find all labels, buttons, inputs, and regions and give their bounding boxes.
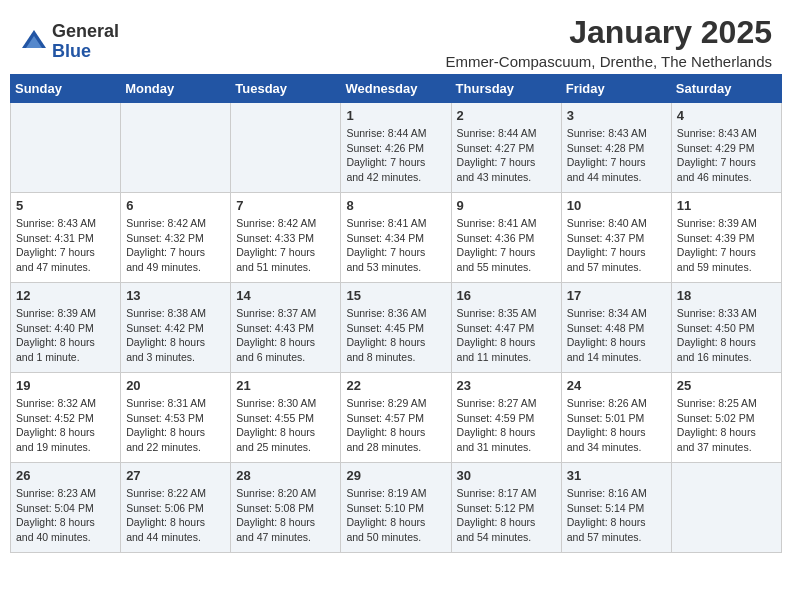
day-number: 13 <box>126 288 225 303</box>
day-info: Sunrise: 8:34 AM Sunset: 4:48 PM Dayligh… <box>567 306 666 365</box>
day-info: Sunrise: 8:20 AM Sunset: 5:08 PM Dayligh… <box>236 486 335 545</box>
day-number: 17 <box>567 288 666 303</box>
day-number: 2 <box>457 108 556 123</box>
day-number: 12 <box>16 288 115 303</box>
day-cell: 4Sunrise: 8:43 AM Sunset: 4:29 PM Daylig… <box>671 103 781 193</box>
day-info: Sunrise: 8:33 AM Sunset: 4:50 PM Dayligh… <box>677 306 776 365</box>
day-number: 11 <box>677 198 776 213</box>
day-number: 30 <box>457 468 556 483</box>
day-cell: 1Sunrise: 8:44 AM Sunset: 4:26 PM Daylig… <box>341 103 451 193</box>
day-cell: 9Sunrise: 8:41 AM Sunset: 4:36 PM Daylig… <box>451 193 561 283</box>
day-cell <box>671 463 781 553</box>
day-cell: 17Sunrise: 8:34 AM Sunset: 4:48 PM Dayli… <box>561 283 671 373</box>
header-row: SundayMondayTuesdayWednesdayThursdayFrid… <box>11 75 782 103</box>
day-cell: 15Sunrise: 8:36 AM Sunset: 4:45 PM Dayli… <box>341 283 451 373</box>
logo: General Blue <box>20 22 119 62</box>
day-info: Sunrise: 8:29 AM Sunset: 4:57 PM Dayligh… <box>346 396 445 455</box>
day-number: 8 <box>346 198 445 213</box>
day-number: 18 <box>677 288 776 303</box>
day-info: Sunrise: 8:19 AM Sunset: 5:10 PM Dayligh… <box>346 486 445 545</box>
day-cell: 12Sunrise: 8:39 AM Sunset: 4:40 PM Dayli… <box>11 283 121 373</box>
calendar-container: SundayMondayTuesdayWednesdayThursdayFrid… <box>0 74 792 563</box>
day-number: 5 <box>16 198 115 213</box>
header-thursday: Thursday <box>451 75 561 103</box>
day-cell: 30Sunrise: 8:17 AM Sunset: 5:12 PM Dayli… <box>451 463 561 553</box>
day-info: Sunrise: 8:43 AM Sunset: 4:31 PM Dayligh… <box>16 216 115 275</box>
day-cell: 5Sunrise: 8:43 AM Sunset: 4:31 PM Daylig… <box>11 193 121 283</box>
day-number: 10 <box>567 198 666 213</box>
week-row-2: 12Sunrise: 8:39 AM Sunset: 4:40 PM Dayli… <box>11 283 782 373</box>
day-info: Sunrise: 8:30 AM Sunset: 4:55 PM Dayligh… <box>236 396 335 455</box>
day-number: 31 <box>567 468 666 483</box>
day-number: 26 <box>16 468 115 483</box>
week-row-4: 26Sunrise: 8:23 AM Sunset: 5:04 PM Dayli… <box>11 463 782 553</box>
day-info: Sunrise: 8:40 AM Sunset: 4:37 PM Dayligh… <box>567 216 666 275</box>
day-cell: 7Sunrise: 8:42 AM Sunset: 4:33 PM Daylig… <box>231 193 341 283</box>
day-cell: 23Sunrise: 8:27 AM Sunset: 4:59 PM Dayli… <box>451 373 561 463</box>
day-info: Sunrise: 8:41 AM Sunset: 4:34 PM Dayligh… <box>346 216 445 275</box>
day-cell: 27Sunrise: 8:22 AM Sunset: 5:06 PM Dayli… <box>121 463 231 553</box>
day-cell: 11Sunrise: 8:39 AM Sunset: 4:39 PM Dayli… <box>671 193 781 283</box>
header-monday: Monday <box>121 75 231 103</box>
day-info: Sunrise: 8:44 AM Sunset: 4:27 PM Dayligh… <box>457 126 556 185</box>
header-friday: Friday <box>561 75 671 103</box>
logo-icon <box>20 28 48 56</box>
location: Emmer-Compascuum, Drenthe, The Netherlan… <box>445 53 772 70</box>
day-cell: 25Sunrise: 8:25 AM Sunset: 5:02 PM Dayli… <box>671 373 781 463</box>
day-number: 14 <box>236 288 335 303</box>
day-cell: 28Sunrise: 8:20 AM Sunset: 5:08 PM Dayli… <box>231 463 341 553</box>
day-number: 25 <box>677 378 776 393</box>
day-number: 28 <box>236 468 335 483</box>
day-cell: 19Sunrise: 8:32 AM Sunset: 4:52 PM Dayli… <box>11 373 121 463</box>
week-row-3: 19Sunrise: 8:32 AM Sunset: 4:52 PM Dayli… <box>11 373 782 463</box>
day-info: Sunrise: 8:37 AM Sunset: 4:43 PM Dayligh… <box>236 306 335 365</box>
day-info: Sunrise: 8:39 AM Sunset: 4:39 PM Dayligh… <box>677 216 776 275</box>
day-cell: 24Sunrise: 8:26 AM Sunset: 5:01 PM Dayli… <box>561 373 671 463</box>
day-info: Sunrise: 8:25 AM Sunset: 5:02 PM Dayligh… <box>677 396 776 455</box>
day-info: Sunrise: 8:35 AM Sunset: 4:47 PM Dayligh… <box>457 306 556 365</box>
day-info: Sunrise: 8:42 AM Sunset: 4:32 PM Dayligh… <box>126 216 225 275</box>
day-info: Sunrise: 8:36 AM Sunset: 4:45 PM Dayligh… <box>346 306 445 365</box>
day-cell: 2Sunrise: 8:44 AM Sunset: 4:27 PM Daylig… <box>451 103 561 193</box>
day-info: Sunrise: 8:23 AM Sunset: 5:04 PM Dayligh… <box>16 486 115 545</box>
day-number: 23 <box>457 378 556 393</box>
logo-blue: Blue <box>52 42 119 62</box>
day-cell: 8Sunrise: 8:41 AM Sunset: 4:34 PM Daylig… <box>341 193 451 283</box>
day-cell: 10Sunrise: 8:40 AM Sunset: 4:37 PM Dayli… <box>561 193 671 283</box>
day-info: Sunrise: 8:38 AM Sunset: 4:42 PM Dayligh… <box>126 306 225 365</box>
header-saturday: Saturday <box>671 75 781 103</box>
month-year: January 2025 <box>445 14 772 51</box>
day-number: 16 <box>457 288 556 303</box>
day-info: Sunrise: 8:41 AM Sunset: 4:36 PM Dayligh… <box>457 216 556 275</box>
week-row-0: 1Sunrise: 8:44 AM Sunset: 4:26 PM Daylig… <box>11 103 782 193</box>
day-number: 21 <box>236 378 335 393</box>
day-cell <box>11 103 121 193</box>
day-cell: 29Sunrise: 8:19 AM Sunset: 5:10 PM Dayli… <box>341 463 451 553</box>
logo-general: General <box>52 22 119 42</box>
day-cell: 14Sunrise: 8:37 AM Sunset: 4:43 PM Dayli… <box>231 283 341 373</box>
week-row-1: 5Sunrise: 8:43 AM Sunset: 4:31 PM Daylig… <box>11 193 782 283</box>
day-info: Sunrise: 8:44 AM Sunset: 4:26 PM Dayligh… <box>346 126 445 185</box>
calendar-table: SundayMondayTuesdayWednesdayThursdayFrid… <box>10 74 782 553</box>
day-info: Sunrise: 8:43 AM Sunset: 4:28 PM Dayligh… <box>567 126 666 185</box>
day-cell: 26Sunrise: 8:23 AM Sunset: 5:04 PM Dayli… <box>11 463 121 553</box>
header-tuesday: Tuesday <box>231 75 341 103</box>
day-info: Sunrise: 8:32 AM Sunset: 4:52 PM Dayligh… <box>16 396 115 455</box>
day-number: 20 <box>126 378 225 393</box>
header-sunday: Sunday <box>11 75 121 103</box>
day-cell: 6Sunrise: 8:42 AM Sunset: 4:32 PM Daylig… <box>121 193 231 283</box>
day-info: Sunrise: 8:26 AM Sunset: 5:01 PM Dayligh… <box>567 396 666 455</box>
day-cell <box>231 103 341 193</box>
day-number: 4 <box>677 108 776 123</box>
calendar-body: 1Sunrise: 8:44 AM Sunset: 4:26 PM Daylig… <box>11 103 782 553</box>
day-cell: 22Sunrise: 8:29 AM Sunset: 4:57 PM Dayli… <box>341 373 451 463</box>
day-cell <box>121 103 231 193</box>
day-info: Sunrise: 8:22 AM Sunset: 5:06 PM Dayligh… <box>126 486 225 545</box>
title-block: January 2025 Emmer-Compascuum, Drenthe, … <box>445 14 772 70</box>
day-number: 7 <box>236 198 335 213</box>
day-cell: 20Sunrise: 8:31 AM Sunset: 4:53 PM Dayli… <box>121 373 231 463</box>
day-info: Sunrise: 8:16 AM Sunset: 5:14 PM Dayligh… <box>567 486 666 545</box>
day-number: 19 <box>16 378 115 393</box>
day-number: 15 <box>346 288 445 303</box>
day-number: 24 <box>567 378 666 393</box>
